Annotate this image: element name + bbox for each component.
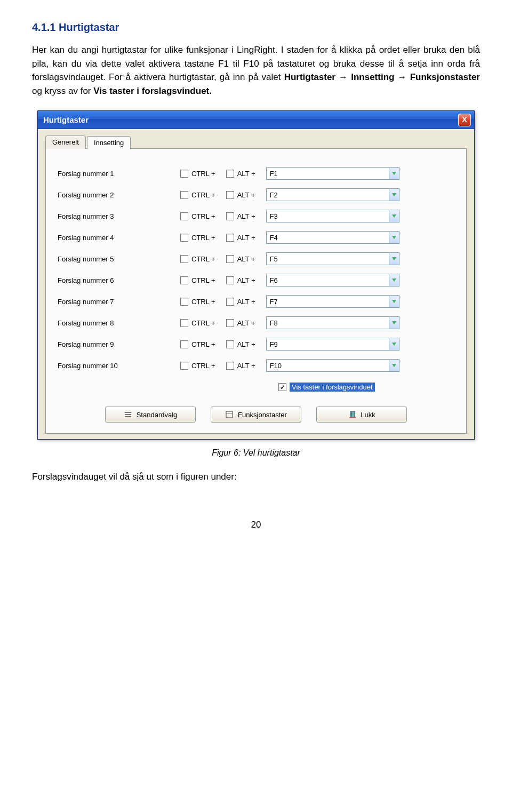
key-combobox[interactable]: F9 [266,338,399,351]
svg-rect-12 [125,416,131,417]
alt-checkbox[interactable] [226,255,234,263]
ctrl-checkbox[interactable] [180,362,188,370]
tab-panel-innsetting: Forslag nummer 1CTRL +ALT +F1Forslag num… [45,148,467,434]
section-heading: 4.1.1 Hurtigtastar [32,21,480,34]
chevron-down-icon[interactable] [389,359,399,372]
chevron-down-icon[interactable] [389,210,399,222]
row-label: Forslag nummer 6 [58,276,180,284]
key-combobox[interactable]: F2 [266,188,399,201]
key-combobox[interactable]: F8 [266,316,399,329]
chevron-down-icon[interactable] [389,188,399,201]
row-label: Forslag nummer 7 [58,298,180,306]
key-combobox[interactable]: F10 [266,359,399,372]
svg-rect-11 [125,412,131,413]
alt-group: ALT + [226,362,255,370]
key-value: F1 [266,167,389,180]
svg-marker-1 [392,193,396,196]
row-label: Forslag nummer 8 [58,319,180,327]
ctrl-label: CTRL + [191,362,215,370]
btn-label: Funksjonstaster [238,411,287,419]
key-value: F8 [266,316,389,329]
chevron-down-icon[interactable] [389,338,399,351]
alt-label: ALT + [237,340,255,348]
alt-label: ALT + [237,170,255,178]
alt-checkbox[interactable] [226,234,234,242]
ctrl-group: CTRL + [180,170,215,178]
chevron-down-icon[interactable] [389,316,399,329]
ctrl-checkbox[interactable] [180,298,188,306]
hotkey-row: Forslag nummer 7CTRL +ALT +F7 [58,291,454,312]
key-combobox[interactable]: F5 [266,252,399,265]
svg-marker-3 [392,236,396,239]
ctrl-group: CTRL + [180,298,215,306]
alt-group: ALT + [226,276,255,284]
page-number: 20 [32,520,480,530]
close-button[interactable]: X [458,114,471,126]
ctrl-checkbox[interactable] [180,319,188,327]
ctrl-checkbox[interactable] [180,234,188,242]
ctrl-checkbox[interactable] [180,170,188,178]
ctrl-checkbox[interactable] [180,191,188,199]
standardvalg-button[interactable]: Standardvalg [105,407,196,423]
hotkey-row: Forslag nummer 3CTRL +ALT +F3 [58,205,454,227]
alt-checkbox[interactable] [226,170,234,178]
key-value: F2 [266,188,389,201]
alt-checkbox[interactable] [226,340,234,348]
alt-label: ALT + [237,276,255,284]
svg-rect-16 [349,417,356,418]
arrow-icon: → [398,72,410,82]
hotkey-row: Forslag nummer 4CTRL +ALT +F4 [58,227,454,248]
vis-taster-checkbox[interactable] [278,383,286,391]
ctrl-checkbox[interactable] [180,276,188,284]
ctrl-group: CTRL + [180,255,215,263]
row-label: Forslag nummer 1 [58,170,180,178]
svg-marker-5 [392,278,396,282]
key-value: F9 [266,338,389,351]
chevron-down-icon[interactable] [389,252,399,265]
svg-marker-4 [392,257,396,260]
ctrl-checkbox[interactable] [180,340,188,348]
ctrl-checkbox[interactable] [180,212,188,220]
menu-path-b: Innsetting [351,72,394,82]
row-label: Forslag nummer 10 [58,362,180,370]
funksjonstaster-button[interactable]: Funksjonstaster [211,407,301,423]
ctrl-group: CTRL + [180,340,215,348]
alt-checkbox[interactable] [226,191,234,199]
key-combobox[interactable]: F6 [266,274,399,286]
tab-generelt[interactable]: Generelt [45,136,86,149]
alt-checkbox[interactable] [226,362,234,370]
chevron-down-icon[interactable] [389,167,399,180]
key-combobox[interactable]: F4 [266,231,399,244]
ctrl-group: CTRL + [180,362,215,370]
alt-group: ALT + [226,212,255,220]
ctrl-group: CTRL + [180,191,215,199]
alt-checkbox[interactable] [226,212,234,220]
vis-taster-row: Vis taster i forslagsvinduet [180,383,454,392]
key-value: F7 [266,295,389,308]
key-value: F4 [266,231,389,244]
alt-label: ALT + [237,234,255,242]
ctrl-checkbox[interactable] [180,255,188,263]
hotkey-row: Forslag nummer 8CTRL +ALT +F8 [58,312,454,333]
key-value: F6 [266,274,389,286]
svg-rect-10 [125,414,131,415]
btn-label: Lukk [361,411,375,419]
key-combobox[interactable]: F7 [266,295,399,308]
arrow-icon: → [339,72,351,82]
alt-checkbox[interactable] [226,298,234,306]
chevron-down-icon[interactable] [389,231,399,244]
chevron-down-icon[interactable] [389,274,399,286]
alt-checkbox[interactable] [226,276,234,284]
tab-innsetting[interactable]: Innsetting [87,136,131,149]
row-label: Forslag nummer 5 [58,255,180,263]
ctrl-label: CTRL + [191,234,215,242]
key-combobox[interactable]: F3 [266,210,399,222]
hotkey-row: Forslag nummer 2CTRL +ALT +F2 [58,184,454,205]
svg-marker-2 [392,214,396,218]
lukk-button[interactable]: Lukk [316,407,407,423]
vis-taster-label: Vis taster i forslagsvinduet [290,383,375,392]
chevron-down-icon[interactable] [389,295,399,308]
ctrl-group: CTRL + [180,276,215,284]
key-combobox[interactable]: F1 [266,167,399,180]
alt-checkbox[interactable] [226,319,234,327]
